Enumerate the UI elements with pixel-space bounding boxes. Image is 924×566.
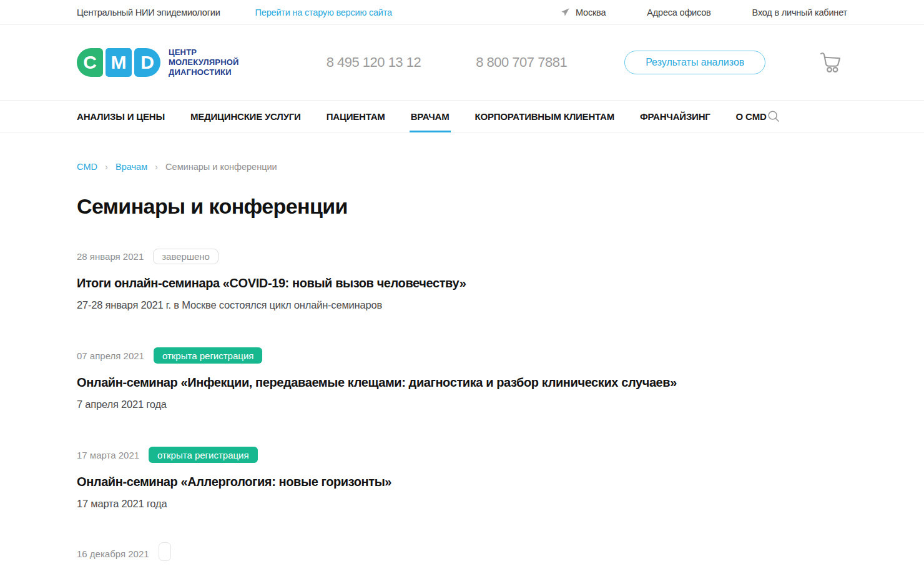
status-badge: открыта регистрация: [154, 347, 262, 364]
seminar-subtitle: 7 апреля 2021 года: [77, 399, 847, 410]
breadcrumb-item[interactable]: Врачам: [115, 162, 147, 172]
seminar-date: 17 марта 2021: [77, 450, 139, 460]
logo-letter-m: M: [106, 48, 132, 77]
org-name: Центральный НИИ эпидемиологии: [77, 7, 220, 17]
seminar-item: 07 апреля 2021 открыта регистрация Онлай…: [77, 347, 847, 410]
seminar-item: 17 марта 2021 открыта регистрация Онлайн…: [77, 447, 847, 510]
seminar-date: 07 апреля 2021: [77, 350, 144, 361]
nav-item[interactable]: ФРАНЧАЙЗИНГ: [640, 101, 710, 132]
nav-item[interactable]: О CMD: [736, 101, 767, 132]
status-badge: [159, 542, 171, 561]
seminar-meta: 16 декабря 2021: [77, 546, 847, 561]
search-icon: [767, 109, 780, 123]
cmd-logo[interactable]: C M D ЦЕНТР МОЛЕКУЛЯРНОЙ ДИАГНОСТИКИ: [77, 47, 239, 77]
seminar-date: 16 декабря 2021: [77, 549, 149, 559]
nav-item[interactable]: КОРПОРАТИВНЫМ КЛИЕНТАМ: [475, 101, 614, 132]
header: C M D ЦЕНТР МОЛЕКУЛЯРНОЙ ДИАГНОСТИКИ 8 4…: [0, 25, 924, 100]
page-title: Семинары и конференции: [77, 194, 847, 219]
shopping-cart-icon: [816, 51, 842, 74]
nav-item[interactable]: МЕДИЦИНСКИЕ УСЛУГИ: [190, 101, 301, 132]
location-icon: [561, 7, 570, 17]
status-badge: открыта регистрация: [149, 447, 257, 463]
results-button[interactable]: Результаты анализов: [624, 51, 765, 74]
old-site-link[interactable]: Перейти на старую версию сайта: [255, 7, 392, 17]
breadcrumb-separator: ›: [105, 161, 108, 172]
nav-item[interactable]: ВРАЧАМ: [411, 101, 450, 132]
seminar-title[interactable]: Онлайн-семинар «Инфекции, передаваемые к…: [77, 375, 847, 390]
main-nav-list: АНАЛИЗЫ И ЦЕНЫМЕДИЦИНСКИЕ УСЛУГИПАЦИЕНТА…: [77, 101, 767, 132]
seminar-title[interactable]: Итоги онлайн-семинара «COVID-19: новый в…: [77, 276, 847, 290]
cart-button[interactable]: [816, 51, 842, 74]
phone-primary[interactable]: 8 495 120 13 12: [327, 54, 421, 71]
logo-letter-d: D: [134, 48, 160, 77]
seminar-meta: 17 марта 2021 открыта регистрация: [77, 447, 847, 463]
logo-letter-c: C: [77, 48, 103, 77]
breadcrumb-item[interactable]: CMD: [77, 162, 97, 172]
topbar: Центральный НИИ эпидемиологии Перейти на…: [0, 0, 924, 25]
seminar-meta: 07 апреля 2021 открыта регистрация: [77, 347, 847, 364]
seminar-item: 28 января 2021 завершено Итоги онлайн-се…: [77, 249, 847, 311]
logo-tagline: ЦЕНТР МОЛЕКУЛЯРНОЙ ДИАГНОСТИКИ: [169, 47, 239, 77]
main-content: CMD›Врачам›Семинары и конференции Семина…: [77, 161, 847, 566]
breadcrumb-separator: ›: [155, 161, 158, 172]
seminar-list: 28 января 2021 завершено Итоги онлайн-се…: [77, 249, 847, 566]
cmd-logo-blocks: C M D: [77, 48, 160, 77]
nav-item[interactable]: ПАЦИЕНТАМ: [327, 101, 385, 132]
status-badge: завершено: [153, 249, 219, 264]
main-nav: АНАЛИЗЫ И ЦЕНЫМЕДИЦИНСКИЕ УСЛУГИПАЦИЕНТА…: [0, 100, 924, 132]
seminar-meta: 28 января 2021 завершено: [77, 249, 847, 264]
city-selector[interactable]: Москва: [561, 7, 606, 17]
seminar-subtitle: 17 марта 2021 года: [77, 498, 847, 510]
seminar-item: 16 декабря 2021 Участие Центрального НИИ…: [77, 546, 847, 566]
seminar-date: 28 января 2021: [77, 251, 144, 262]
offices-link[interactable]: Адреса офисов: [647, 7, 710, 17]
nav-item[interactable]: АНАЛИЗЫ И ЦЕНЫ: [77, 101, 165, 132]
seminar-title[interactable]: Онлайн-семинар «Аллергология: новые гори…: [77, 475, 847, 489]
phone-secondary[interactable]: 8 800 707 7881: [476, 54, 567, 71]
breadcrumb: CMD›Врачам›Семинары и конференции: [77, 161, 847, 172]
breadcrumb-item: Семинары и конференции: [165, 162, 277, 172]
login-link[interactable]: Вход в личный кабинет: [752, 7, 847, 17]
seminar-subtitle: 27-28 января 2021 г. в Москве состоялся …: [77, 299, 847, 311]
nav-search-button[interactable]: [767, 109, 780, 123]
city-label: Москва: [576, 7, 606, 17]
